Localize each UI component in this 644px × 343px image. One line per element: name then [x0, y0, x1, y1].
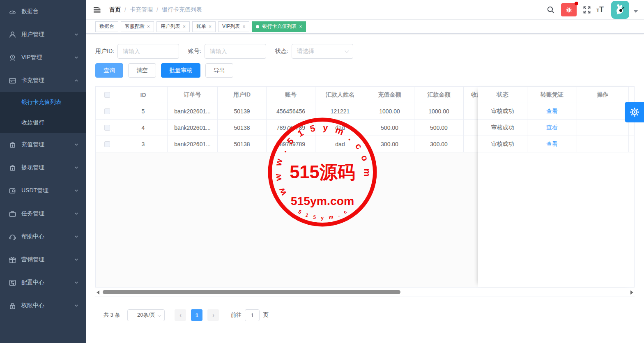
sidebar-item-8[interactable]: 帮助中心	[0, 225, 86, 248]
fullscreen-icon[interactable]	[580, 3, 594, 17]
tab-close-icon[interactable]: ×	[299, 24, 302, 29]
tab-5[interactable]: 银行卡充值列表×	[252, 21, 306, 32]
marketing-icon	[8, 256, 16, 264]
scroll-left-arrow-icon[interactable]	[97, 290, 99, 295]
view-link[interactable]: 查看	[546, 140, 558, 148]
table-cell-recharge_amount: 300.00	[365, 136, 414, 152]
scrollbar-gutter	[629, 87, 634, 103]
table-cell-account: 456456456	[267, 103, 315, 120]
status-select-placeholder: 请选择	[297, 48, 314, 55]
sidebar-item-1[interactable]: 用户管理	[0, 23, 86, 46]
button-2[interactable]: 批量审核	[161, 63, 200, 78]
sidebar-item-11[interactable]: 权限中心	[0, 294, 86, 317]
button-1[interactable]: 清空	[128, 63, 156, 78]
row-checkbox[interactable]	[104, 141, 110, 147]
withdraw-icon	[8, 163, 16, 172]
table-cell-id: 5	[119, 103, 168, 120]
sidebar-item-9[interactable]: 营销管理	[0, 248, 86, 271]
sidebar-item-10[interactable]: 配置中心	[0, 271, 86, 294]
goto-page: 前往 页	[230, 309, 269, 321]
table-header-receiving_bank: 收款银行	[464, 87, 478, 103]
user-id-label: 用户ID:	[95, 48, 114, 55]
sidebar-item-5[interactable]: 提现管理	[0, 156, 86, 179]
page-number-1[interactable]: 1	[191, 309, 202, 321]
sidebar-item-label: 提现管理	[21, 164, 74, 171]
view-link[interactable]: 查看	[546, 108, 558, 115]
data-table: ID订单号用户ID账号汇款人姓名充值金额汇款金额收款银行5bank202601.…	[95, 86, 635, 288]
breadcrumb-item-2: 银行卡充值列表	[162, 6, 202, 14]
sidebar-item-0[interactable]: 数据台	[0, 0, 86, 23]
sidebar-item-label: USDT管理	[21, 187, 74, 194]
card-icon	[8, 76, 16, 85]
next-page-button[interactable]: ›	[207, 309, 219, 321]
tab-close-icon[interactable]: ×	[147, 24, 150, 29]
fixed-header-row: 状态转账凭证操作	[478, 87, 634, 103]
table-cell-receiving_bank	[464, 136, 478, 152]
table-header-status: 状态	[478, 87, 527, 103]
table-header-sel	[96, 87, 119, 103]
caret-down-icon[interactable]	[633, 10, 638, 13]
help-icon	[8, 233, 16, 241]
dashboard-icon	[8, 7, 16, 16]
chevron-down-icon	[74, 32, 79, 37]
button-0[interactable]: 查询	[95, 63, 123, 78]
scroll-right-arrow-icon[interactable]	[630, 290, 633, 295]
tab-1[interactable]: 客服配置×	[121, 21, 154, 32]
view-link[interactable]: 查看	[546, 124, 558, 131]
horizontal-scrollbar	[95, 289, 635, 296]
settings-gear-button[interactable]	[625, 102, 644, 122]
tab-2[interactable]: 用户列表×	[156, 21, 190, 32]
sidebar-item-label: 配置中心	[21, 279, 74, 286]
table-cell-action	[577, 103, 629, 120]
table-cell-recharge_amount: 1000.00	[365, 103, 414, 120]
tab-close-icon[interactable]: ×	[242, 24, 245, 29]
sidebar-item-6[interactable]: USDT管理	[0, 179, 86, 202]
select-all-checkbox[interactable]	[104, 92, 110, 98]
sidebar-item-label: 权限中心	[21, 302, 74, 309]
scrollbar-thumb[interactable]	[103, 290, 400, 294]
table-cell-account: 789789789	[267, 120, 315, 136]
table-cell-recharge_amount: 500.00	[365, 120, 414, 136]
table-cell-order_no: bank202601...	[168, 103, 218, 120]
status-select[interactable]: 请选择	[292, 44, 353, 59]
sidebar-fold-icon[interactable]	[92, 5, 102, 15]
row-checkbox[interactable]	[104, 125, 110, 131]
usdt-icon	[8, 186, 16, 195]
row-checkbox[interactable]	[104, 108, 110, 114]
goto-page-input[interactable]	[245, 309, 260, 321]
recharge-icon	[8, 140, 16, 149]
search-icon[interactable]	[544, 3, 558, 17]
table-header-id: ID	[119, 87, 168, 103]
tab-4[interactable]: VIP列表×	[218, 21, 249, 32]
tab-close-icon[interactable]: ×	[183, 24, 186, 29]
submenu-item-1[interactable]: 收款银行	[0, 113, 86, 133]
user-id-input[interactable]	[117, 44, 179, 59]
fixed-row-0: 审核成功查看	[478, 103, 634, 120]
card-bottom-border	[95, 297, 635, 297]
sidebar-item-2[interactable]: 1VIP管理	[0, 46, 86, 69]
page-size-select[interactable]: 20条/页	[127, 309, 165, 321]
sidebar-item-7[interactable]: 任务管理	[0, 202, 86, 225]
account-input[interactable]	[205, 44, 266, 59]
tab-0[interactable]: 数据台	[95, 21, 118, 32]
tab-close-icon[interactable]: ×	[209, 24, 212, 29]
sidebar-item-4[interactable]: 充值管理	[0, 133, 86, 156]
button-3[interactable]: 导出	[205, 63, 233, 78]
prev-page-button[interactable]: ‹	[175, 309, 186, 321]
chevron-down-icon	[74, 303, 79, 308]
bug-button[interactable]	[561, 3, 577, 16]
submenu: 银行卡充值列表收款银行	[0, 92, 86, 133]
tab-3[interactable]: 账单×	[192, 21, 216, 32]
avatar[interactable]	[611, 1, 629, 19]
font-size-icon[interactable]: TT	[594, 6, 606, 14]
submenu-item-0[interactable]: 银行卡充值列表	[0, 92, 86, 113]
table-header-recharge_amount: 充值金额	[365, 87, 414, 103]
table-row-0: 5bank202601...501394564564561212211000.0…	[96, 103, 478, 120]
filter-form: 用户ID: 账号: 状态: 请选择	[95, 44, 353, 59]
table-cell-remitter: dad	[315, 120, 365, 136]
breadcrumb-item-1[interactable]: 卡充管理	[130, 6, 153, 14]
sidebar-item-3[interactable]: 卡充管理	[0, 69, 86, 92]
table-cell-action	[577, 136, 629, 152]
table-cell-status: 审核成功	[478, 136, 527, 152]
breadcrumb-item-0[interactable]: 首页	[109, 6, 121, 14]
